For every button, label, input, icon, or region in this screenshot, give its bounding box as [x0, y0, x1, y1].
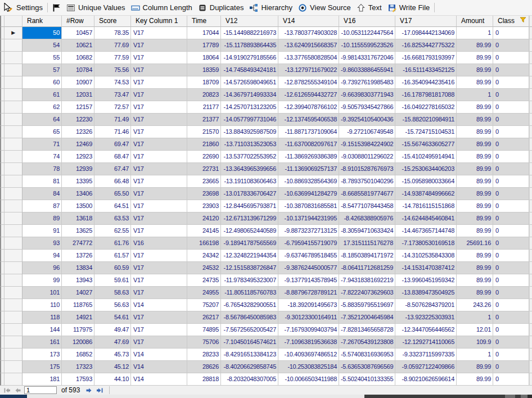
cell-score[interactable]: 45.73	[94, 349, 131, 361]
cell-v12[interactable]: -13.8843925987509	[221, 126, 278, 138]
cell-score[interactable]: 74.53	[94, 76, 131, 89]
cell-class[interactable]: 0	[493, 76, 529, 89]
cell-key-column[interactable]: V14	[131, 361, 187, 373]
cell-row-number[interactable]: 12031	[62, 89, 94, 101]
cell-v17[interactable]: -16.5111433452125	[395, 64, 457, 76]
column-header-rank[interactable]: Rank	[22, 16, 62, 27]
cell-time[interactable]: 21177	[187, 101, 221, 114]
cell-time[interactable]: 21570	[187, 126, 221, 138]
cell-score[interactable]: 75.56	[94, 64, 131, 76]
cell-key-column[interactable]: V17	[131, 163, 187, 175]
cell-amount[interactable]: 1	[457, 89, 493, 101]
cell-row-number[interactable]: 13500	[62, 200, 94, 212]
cell-key-column[interactable]: V17	[131, 126, 187, 138]
column-header-row-number[interactable]: #Row	[62, 16, 94, 27]
cell-rank[interactable]: 50	[22, 27, 62, 39]
row-header[interactable]	[4, 114, 22, 126]
cell-v17[interactable]: -15.0958980033664	[395, 175, 457, 188]
cell-v12[interactable]: -8.2032048307005	[221, 373, 278, 386]
cell-time[interactable]: 28626	[187, 361, 221, 373]
next-page-button[interactable]	[84, 387, 93, 394]
cell-v16[interactable]: -9.03088011296022	[339, 151, 395, 163]
cell-score[interactable]: 61.76	[94, 237, 131, 250]
cell-row-number[interactable]: 17593	[62, 373, 94, 386]
cell-time[interactable]: 24955	[187, 287, 221, 299]
cell-v14[interactable]: -8.88796728789121	[278, 287, 339, 299]
cell-v14[interactable]: -13.3776580828504	[278, 52, 339, 64]
cell-rank[interactable]: 118	[22, 311, 62, 324]
row-header[interactable]: ▶	[4, 27, 22, 39]
row-header[interactable]	[4, 336, 22, 349]
cell-time[interactable]: 24120	[187, 212, 221, 225]
cell-class[interactable]: 0	[493, 262, 529, 274]
cell-row-number[interactable]: 13834	[62, 262, 94, 274]
cell-time[interactable]: 23903	[187, 200, 221, 212]
cell-v17[interactable]: -16.1787981817088	[395, 89, 457, 101]
cell-key-column[interactable]: V17	[131, 324, 187, 336]
cell-rank[interactable]: 84	[22, 188, 62, 200]
cell-row-number[interactable]: 13395	[62, 175, 94, 188]
cell-score[interactable]: 49.47	[94, 324, 131, 336]
cell-row-number[interactable]: 13726	[62, 250, 94, 262]
cell-class[interactable]: 0	[493, 52, 529, 64]
filter-funnel-icon[interactable]	[520, 16, 526, 26]
cell-row-number[interactable]: 118765	[62, 299, 94, 311]
cell-amount[interactable]: 1	[457, 27, 493, 39]
cell-amount[interactable]: 89.99	[457, 262, 493, 274]
row-header[interactable]	[4, 200, 22, 212]
cell-class[interactable]: 0	[493, 311, 529, 324]
write-file-button[interactable]: Write File	[385, 2, 433, 14]
cell-amount[interactable]: 89.99	[457, 225, 493, 237]
row-header[interactable]	[4, 225, 22, 237]
cell-amount[interactable]: 89.99	[457, 101, 493, 114]
cell-v16[interactable]: -8.78937501040296	[339, 175, 395, 188]
cell-class[interactable]: 0	[493, 237, 529, 250]
cell-amount[interactable]: 1	[457, 311, 493, 324]
cell-amount[interactable]: 12.01	[457, 324, 493, 336]
cell-key-column[interactable]: V17	[131, 39, 187, 52]
row-header[interactable]	[4, 349, 22, 361]
cell-rank[interactable]: 62	[22, 101, 62, 114]
cell-v14[interactable]: -12.1374595406538	[278, 114, 339, 126]
cell-v14[interactable]: -13.1279711679022	[278, 64, 339, 76]
cell-v14[interactable]: -12.6126594432727	[278, 89, 339, 101]
cell-amount[interactable]: 89.99	[457, 163, 493, 175]
row-header[interactable]	[4, 39, 22, 52]
cell-amount[interactable]: 89.99	[457, 287, 493, 299]
cell-time[interactable]: 20823	[187, 89, 221, 101]
cell-v16[interactable]: -5.50240410133355	[339, 373, 395, 386]
cell-v16[interactable]: -9.50579345427866	[339, 101, 395, 114]
cell-score[interactable]: 44.10	[94, 373, 131, 386]
cell-rank[interactable]: 101	[22, 287, 62, 299]
cell-rank[interactable]: 78	[22, 163, 62, 175]
cell-v17[interactable]: -15.2530634406203	[395, 163, 457, 175]
cell-v12[interactable]: -14.2570713123205	[221, 101, 278, 114]
cell-v17[interactable]: -14.4673657144748	[395, 225, 457, 237]
cell-rank[interactable]: 175	[22, 361, 62, 373]
cell-row-number[interactable]: 12469	[62, 138, 94, 151]
cell-rank[interactable]: 55	[22, 52, 62, 64]
cell-time[interactable]: 28233	[187, 349, 221, 361]
cell-score[interactable]: 67.47	[94, 163, 131, 175]
scrollbar-track[interactable]	[529, 237, 532, 250]
cell-v14[interactable]: -10.0066503411988	[278, 373, 339, 386]
cell-score[interactable]: 45.12	[94, 361, 131, 373]
cell-row-number[interactable]: 13943	[62, 274, 94, 287]
cell-key-column[interactable]: V17	[131, 200, 187, 212]
flag-button[interactable]	[49, 2, 64, 14]
cell-v12[interactable]: -12.6713139671299	[221, 212, 278, 225]
first-page-button[interactable]	[3, 387, 12, 394]
cell-rank[interactable]: 161	[22, 336, 62, 349]
cell-v17[interactable]: -12.1292714110065	[395, 336, 457, 349]
cell-v17[interactable]: -14.1531470387412	[395, 262, 457, 274]
cell-class[interactable]: 0	[493, 287, 529, 299]
cell-v14[interactable]: -11.3869269386389	[278, 151, 339, 163]
cell-row-number[interactable]: 10682	[62, 52, 94, 64]
cell-v16[interactable]: 17.3151115176278	[339, 237, 395, 250]
cell-v17[interactable]: -15.5674633605277	[395, 138, 457, 151]
cell-v16[interactable]: -8.06411712681259	[339, 262, 395, 274]
cell-class[interactable]: 0	[493, 39, 529, 52]
cell-row-number[interactable]: 120086	[62, 336, 94, 349]
cell-class[interactable]: 0	[493, 138, 529, 151]
cell-v12[interactable]: -11.9783495323007	[221, 274, 278, 287]
